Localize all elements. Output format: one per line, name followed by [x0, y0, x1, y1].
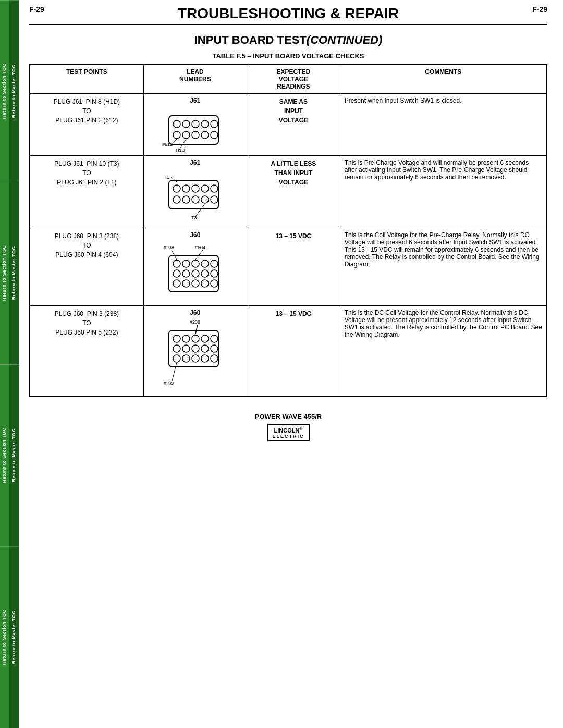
test-points-cell-4: PLUG J60 PIN 3 (238)TOPLUG J60 PIN 5 (23…	[30, 306, 143, 397]
page-number-right: F-29	[532, 5, 547, 14]
svg-point-37	[192, 260, 199, 267]
svg-point-66	[201, 355, 209, 362]
svg-point-60	[192, 345, 199, 352]
svg-point-5	[211, 120, 218, 128]
comments-cell-3: This is the Coil Voltage for the Pre-Cha…	[340, 228, 547, 306]
footer-title: POWER WAVE 455/R	[29, 413, 547, 421]
svg-line-51	[195, 325, 198, 334]
svg-point-45	[173, 280, 180, 287]
test-points-cell-2: PLUG J61 PIN 10 (T3)TOPLUG J61 PIN 2 (T1…	[30, 156, 143, 228]
svg-text:#238: #238	[164, 245, 174, 250]
svg-point-18	[173, 185, 180, 192]
lead-diagram-cell-3: J60 #238 #604	[143, 228, 247, 306]
side-tab-master-toc-1[interactable]: Return to Master TOC	[9, 0, 19, 182]
svg-point-63	[173, 355, 180, 362]
svg-point-53	[173, 335, 180, 342]
table-row: PLUG J61 PIN 8 (H1D)TOPLUG J61 PIN 2 (61…	[30, 94, 547, 156]
table-row: PLUG J61 PIN 10 (T3)TOPLUG J61 PIN 2 (T1…	[30, 156, 547, 228]
svg-point-64	[182, 355, 190, 362]
svg-point-58	[173, 345, 180, 352]
expected-voltage-cell-4: 13 – 15 VDC	[247, 306, 340, 397]
svg-point-48	[201, 280, 209, 287]
svg-point-61	[201, 345, 209, 352]
svg-point-67	[211, 355, 218, 362]
svg-text:#232: #232	[164, 381, 174, 386]
page-header: F-29 TROUBLESHOOTING & REPAIR F-29	[29, 5, 547, 25]
main-table: TEST POINTS LEADNUMBERS EXPECTEDVOLTAGER…	[29, 64, 547, 397]
svg-point-47	[192, 280, 199, 287]
svg-point-59	[182, 345, 190, 352]
header-expected-voltage: EXPECTEDVOLTAGEREADINGS	[247, 65, 340, 94]
side-tab-section-toc-2[interactable]: Return to Section TOC	[0, 182, 9, 364]
side-tab-master-toc-2[interactable]: Return to Master TOC	[9, 182, 19, 364]
svg-point-57	[211, 335, 218, 342]
svg-point-19	[182, 185, 190, 192]
page-number-left: F-29	[29, 5, 44, 14]
page-title: TROUBLESHOOTING & REPAIR	[44, 5, 532, 22]
svg-point-44	[211, 270, 218, 277]
lincoln-logo: LINCOLN® ELECTRIC	[267, 424, 310, 441]
svg-point-7	[182, 131, 190, 139]
svg-point-39	[211, 260, 218, 267]
svg-point-46	[182, 280, 190, 287]
side-tab-section-toc-1[interactable]: Return to Section TOC	[0, 0, 9, 182]
test-points-cell-3: PLUG J60 PIN 3 (238)TOPLUG J60 PIN 4 (60…	[30, 228, 143, 306]
table-title: TABLE F.5 – INPUT BOARD VOLTAGE CHECKS	[29, 52, 547, 60]
svg-point-20	[192, 185, 199, 192]
lead-diagram-cell-1: J61	[143, 94, 247, 156]
svg-point-25	[192, 196, 199, 203]
svg-line-16	[170, 177, 177, 182]
svg-point-10	[211, 131, 218, 139]
side-tab-master-toc-4[interactable]: Return to Master TOC	[9, 546, 19, 728]
svg-point-4	[201, 120, 209, 128]
svg-point-6	[173, 131, 180, 139]
side-tab-section-toc-3[interactable]: Return to Section TOC	[0, 364, 9, 546]
sub-title: INPUT BOARD TEST(CONTINUED)	[29, 33, 547, 47]
lead-diagram-cell-2: J61 T1	[143, 156, 247, 228]
svg-text:#238: #238	[190, 319, 200, 325]
svg-point-56	[201, 335, 209, 342]
comments-cell-2: This is Pre-Charge Voltage and will norm…	[340, 156, 547, 228]
svg-point-36	[182, 260, 190, 267]
table-row: PLUG J60 PIN 3 (238)TOPLUG J60 PIN 5 (23…	[30, 306, 547, 397]
svg-point-1	[173, 120, 180, 128]
expected-voltage-cell-2: A LITTLE LESSTHAN INPUTVOLTAGE	[247, 156, 340, 228]
table-row: PLUG J60 PIN 3 (238)TOPLUG J60 PIN 4 (60…	[30, 228, 547, 306]
svg-rect-0	[169, 116, 218, 144]
comments-cell-4: This is the DC Coil Voltage for the Cont…	[340, 306, 547, 397]
svg-point-40	[173, 270, 180, 277]
svg-point-3	[192, 120, 199, 128]
comments-cell-1: Present when Input Switch SW1 is closed.	[340, 94, 547, 156]
svg-point-55	[192, 335, 199, 342]
svg-point-41	[182, 270, 190, 277]
page-footer: POWER WAVE 455/R LINCOLN® ELECTRIC	[29, 413, 547, 441]
svg-text:#604: #604	[195, 245, 205, 250]
expected-voltage-cell-1: SAME ASINPUTVOLTAGE	[247, 94, 340, 156]
svg-text:#612: #612	[162, 142, 173, 147]
expected-voltage-cell-3: 13 – 15 VDC	[247, 228, 340, 306]
side-tab-master-toc-3[interactable]: Return to Master TOC	[9, 364, 19, 546]
svg-point-8	[192, 131, 199, 139]
svg-point-22	[211, 185, 218, 192]
svg-point-24	[182, 196, 190, 203]
svg-point-26	[201, 196, 209, 203]
svg-point-23	[173, 196, 180, 203]
side-tabs: Return to Section TOC Return to Master T…	[0, 0, 19, 728]
header-test-points: TEST POINTS	[30, 65, 143, 94]
svg-point-54	[182, 335, 190, 342]
svg-point-27	[211, 196, 218, 203]
svg-point-43	[201, 270, 209, 277]
svg-line-29	[195, 204, 205, 217]
svg-point-21	[201, 185, 209, 192]
svg-point-38	[201, 260, 209, 267]
svg-text:T1: T1	[164, 175, 169, 180]
svg-point-65	[192, 355, 199, 362]
svg-point-49	[211, 280, 218, 287]
svg-point-9	[201, 131, 209, 139]
header-lead-numbers: LEADNUMBERS	[143, 65, 247, 94]
svg-rect-17	[169, 180, 218, 209]
test-points-cell-1: PLUG J61 PIN 8 (H1D)TOPLUG J61 PIN 2 (61…	[30, 94, 143, 156]
svg-point-42	[192, 270, 199, 277]
header-comments: COMMENTS	[340, 65, 547, 94]
side-tab-section-toc-4[interactable]: Return to Section TOC	[0, 546, 9, 728]
